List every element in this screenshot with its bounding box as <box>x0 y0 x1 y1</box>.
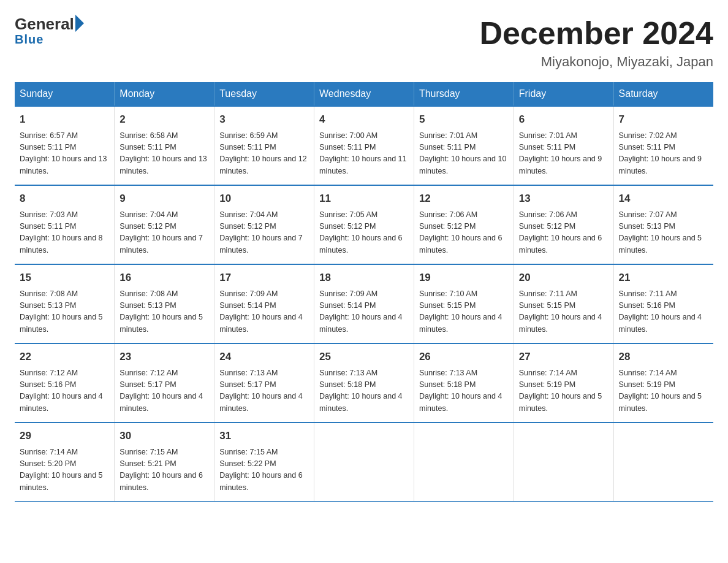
day-of-week-header: Tuesday <box>214 82 314 106</box>
day-info: Sunrise: 7:12 AMSunset: 5:16 PMDaylight:… <box>20 367 109 415</box>
day-info: Sunrise: 7:15 AMSunset: 5:21 PMDaylight:… <box>119 446 209 494</box>
logo-blue-text: Blue <box>15 33 44 47</box>
day-info: Sunrise: 7:12 AMSunset: 5:17 PMDaylight:… <box>119 367 209 415</box>
calendar-day-cell: 14Sunrise: 7:07 AMSunset: 5:13 PMDayligh… <box>613 185 713 264</box>
day-info: Sunrise: 7:02 AMSunset: 5:11 PMDaylight:… <box>619 130 708 178</box>
day-info: Sunrise: 7:00 AMSunset: 5:11 PMDaylight:… <box>319 130 409 178</box>
day-number: 27 <box>519 349 609 365</box>
calendar-week-row: 8Sunrise: 7:03 AMSunset: 5:11 PMDaylight… <box>15 185 713 264</box>
calendar-day-cell: 19Sunrise: 7:10 AMSunset: 5:15 PMDayligh… <box>414 264 514 343</box>
calendar-day-cell: 7Sunrise: 7:02 AMSunset: 5:11 PMDaylight… <box>613 106 713 185</box>
day-info: Sunrise: 7:10 AMSunset: 5:15 PMDaylight:… <box>419 288 509 336</box>
day-number: 18 <box>319 270 409 286</box>
day-info: Sunrise: 7:05 AMSunset: 5:12 PMDaylight:… <box>319 209 409 257</box>
day-number: 23 <box>119 349 209 365</box>
calendar-day-cell: 15Sunrise: 7:08 AMSunset: 5:13 PMDayligh… <box>15 264 115 343</box>
day-number: 11 <box>319 191 409 207</box>
calendar-day-cell: 1Sunrise: 6:57 AMSunset: 5:11 PMDaylight… <box>15 106 115 185</box>
calendar-day-cell <box>514 423 613 502</box>
calendar-day-cell: 26Sunrise: 7:13 AMSunset: 5:18 PMDayligh… <box>414 343 514 423</box>
day-number: 16 <box>119 270 209 286</box>
day-info: Sunrise: 7:01 AMSunset: 5:11 PMDaylight:… <box>519 130 609 178</box>
logo: General Blue <box>15 15 84 47</box>
day-number: 21 <box>619 270 708 286</box>
calendar-day-cell: 22Sunrise: 7:12 AMSunset: 5:16 PMDayligh… <box>15 343 115 423</box>
day-info: Sunrise: 7:01 AMSunset: 5:11 PMDaylight:… <box>419 130 509 178</box>
calendar-day-cell: 2Sunrise: 6:58 AMSunset: 5:11 PMDaylight… <box>115 106 214 185</box>
calendar-table: SundayMondayTuesdayWednesdayThursdayFrid… <box>15 82 713 502</box>
page-header: General Blue December 2024 Miyakonojo, M… <box>15 15 713 70</box>
calendar-day-cell: 28Sunrise: 7:14 AMSunset: 5:19 PMDayligh… <box>613 343 713 423</box>
calendar-day-cell: 20Sunrise: 7:11 AMSunset: 5:15 PMDayligh… <box>514 264 613 343</box>
day-info: Sunrise: 7:13 AMSunset: 5:17 PMDaylight:… <box>219 367 309 415</box>
day-info: Sunrise: 7:08 AMSunset: 5:13 PMDaylight:… <box>119 288 209 336</box>
day-of-week-header: Wednesday <box>314 82 414 106</box>
day-info: Sunrise: 7:04 AMSunset: 5:12 PMDaylight:… <box>219 209 309 257</box>
day-number: 29 <box>20 428 109 444</box>
day-of-week-header: Sunday <box>15 82 115 106</box>
day-info: Sunrise: 7:09 AMSunset: 5:14 PMDaylight:… <box>219 288 309 336</box>
calendar-day-cell <box>314 423 414 502</box>
day-number: 14 <box>619 191 708 207</box>
calendar-body: 1Sunrise: 6:57 AMSunset: 5:11 PMDaylight… <box>15 106 713 502</box>
calendar-day-cell: 8Sunrise: 7:03 AMSunset: 5:11 PMDaylight… <box>15 185 115 264</box>
calendar-day-cell: 25Sunrise: 7:13 AMSunset: 5:18 PMDayligh… <box>314 343 414 423</box>
calendar-day-cell: 5Sunrise: 7:01 AMSunset: 5:11 PMDaylight… <box>414 106 514 185</box>
calendar-day-cell: 27Sunrise: 7:14 AMSunset: 5:19 PMDayligh… <box>514 343 613 423</box>
day-info: Sunrise: 7:13 AMSunset: 5:18 PMDaylight:… <box>319 367 409 415</box>
day-number: 1 <box>20 112 109 128</box>
day-number: 24 <box>219 349 309 365</box>
day-number: 15 <box>20 270 109 286</box>
day-number: 25 <box>319 349 409 365</box>
calendar-day-cell: 4Sunrise: 7:00 AMSunset: 5:11 PMDaylight… <box>314 106 414 185</box>
calendar-day-cell: 12Sunrise: 7:06 AMSunset: 5:12 PMDayligh… <box>414 185 514 264</box>
day-info: Sunrise: 7:13 AMSunset: 5:18 PMDaylight:… <box>419 367 509 415</box>
day-of-week-header: Friday <box>514 82 613 106</box>
day-info: Sunrise: 6:59 AMSunset: 5:11 PMDaylight:… <box>219 130 309 178</box>
calendar-day-cell: 6Sunrise: 7:01 AMSunset: 5:11 PMDaylight… <box>514 106 613 185</box>
title-section: December 2024 Miyakonojo, Miyazaki, Japa… <box>479 15 713 70</box>
day-number: 30 <box>119 428 209 444</box>
day-of-week-header: Thursday <box>414 82 514 106</box>
day-info: Sunrise: 7:14 AMSunset: 5:19 PMDaylight:… <box>519 367 609 415</box>
day-info: Sunrise: 7:11 AMSunset: 5:15 PMDaylight:… <box>519 288 609 336</box>
day-number: 5 <box>419 112 509 128</box>
calendar-day-cell: 31Sunrise: 7:15 AMSunset: 5:22 PMDayligh… <box>214 423 314 502</box>
day-number: 7 <box>619 112 708 128</box>
day-info: Sunrise: 6:58 AMSunset: 5:11 PMDaylight:… <box>119 130 209 178</box>
day-info: Sunrise: 7:14 AMSunset: 5:19 PMDaylight:… <box>619 367 708 415</box>
day-number: 4 <box>319 112 409 128</box>
day-number: 8 <box>20 191 109 207</box>
day-info: Sunrise: 7:03 AMSunset: 5:11 PMDaylight:… <box>20 209 109 257</box>
calendar-day-cell: 13Sunrise: 7:06 AMSunset: 5:12 PMDayligh… <box>514 185 613 264</box>
day-info: Sunrise: 7:07 AMSunset: 5:13 PMDaylight:… <box>619 209 708 257</box>
calendar-day-cell: 23Sunrise: 7:12 AMSunset: 5:17 PMDayligh… <box>115 343 214 423</box>
calendar-day-cell: 21Sunrise: 7:11 AMSunset: 5:16 PMDayligh… <box>613 264 713 343</box>
calendar-subtitle: Miyakonojo, Miyazaki, Japan <box>479 54 713 70</box>
day-info: Sunrise: 7:15 AMSunset: 5:22 PMDaylight:… <box>219 446 309 494</box>
day-info: Sunrise: 7:09 AMSunset: 5:14 PMDaylight:… <box>319 288 409 336</box>
day-number: 20 <box>519 270 609 286</box>
calendar-day-cell: 30Sunrise: 7:15 AMSunset: 5:21 PMDayligh… <box>115 423 214 502</box>
day-info: Sunrise: 7:08 AMSunset: 5:13 PMDaylight:… <box>20 288 109 336</box>
day-number: 12 <box>419 191 509 207</box>
day-number: 28 <box>619 349 708 365</box>
day-number: 26 <box>419 349 509 365</box>
calendar-day-cell: 24Sunrise: 7:13 AMSunset: 5:17 PMDayligh… <box>214 343 314 423</box>
calendar-week-row: 22Sunrise: 7:12 AMSunset: 5:16 PMDayligh… <box>15 343 713 423</box>
day-info: Sunrise: 7:04 AMSunset: 5:12 PMDaylight:… <box>119 209 209 257</box>
day-number: 3 <box>219 112 309 128</box>
day-info: Sunrise: 7:14 AMSunset: 5:20 PMDaylight:… <box>20 446 109 494</box>
day-info: Sunrise: 7:06 AMSunset: 5:12 PMDaylight:… <box>419 209 509 257</box>
day-number: 22 <box>20 349 109 365</box>
day-info: Sunrise: 7:11 AMSunset: 5:16 PMDaylight:… <box>619 288 708 336</box>
day-number: 9 <box>119 191 209 207</box>
calendar-day-cell: 17Sunrise: 7:09 AMSunset: 5:14 PMDayligh… <box>214 264 314 343</box>
day-number: 10 <box>219 191 309 207</box>
day-number: 2 <box>119 112 209 128</box>
calendar-day-cell: 18Sunrise: 7:09 AMSunset: 5:14 PMDayligh… <box>314 264 414 343</box>
calendar-day-cell: 29Sunrise: 7:14 AMSunset: 5:20 PMDayligh… <box>15 423 115 502</box>
calendar-day-cell: 10Sunrise: 7:04 AMSunset: 5:12 PMDayligh… <box>214 185 314 264</box>
day-info: Sunrise: 6:57 AMSunset: 5:11 PMDaylight:… <box>20 130 109 178</box>
day-number: 19 <box>419 270 509 286</box>
